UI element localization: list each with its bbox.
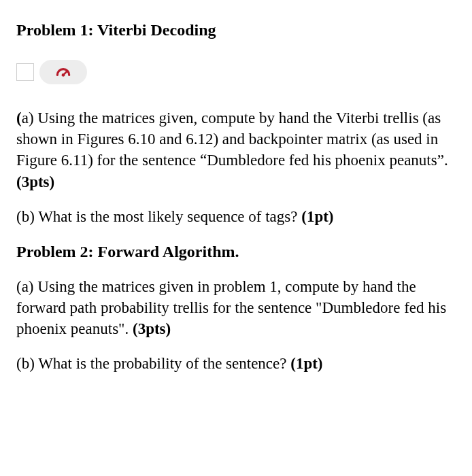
- open-paren: (: [16, 109, 22, 126]
- problem-2-a: (a) Using the matrices given in problem …: [16, 276, 456, 339]
- letter-a: a: [22, 109, 29, 126]
- close-paren: ): [29, 109, 37, 126]
- problem-1-a-text: Using the matrices given, compute by han…: [16, 109, 448, 169]
- problem-2-b-text: (b) What is the probability of the sente…: [16, 355, 290, 372]
- problem-2-b-points: (1pt): [290, 355, 322, 372]
- problem-2-a-points: (3pts): [133, 320, 171, 337]
- problem-1-a-points: (3pts): [16, 173, 54, 190]
- problem-1-a: (a) Using the matrices given, compute by…: [16, 107, 456, 192]
- problem-2-b: (b) What is the probability of the sente…: [16, 353, 456, 374]
- problem-2-a-text: (a) Using the matrices given in problem …: [16, 278, 446, 337]
- gauge-pill[interactable]: [39, 60, 87, 84]
- problem-2-title: Problem 2: Forward Algorithm.: [16, 241, 456, 262]
- controls-row: [16, 60, 456, 84]
- gauge-icon: [54, 63, 73, 82]
- checkbox[interactable]: [16, 63, 34, 81]
- problem-1-b-text: (b) What is the most likely sequence of …: [16, 208, 301, 225]
- svg-line-1: [63, 71, 67, 75]
- problem-1-title: Problem 1: Viterbi Decoding: [16, 19, 456, 41]
- problem-1-b: (b) What is the most likely sequence of …: [16, 206, 456, 227]
- problem-1-b-points: (1pt): [301, 208, 333, 225]
